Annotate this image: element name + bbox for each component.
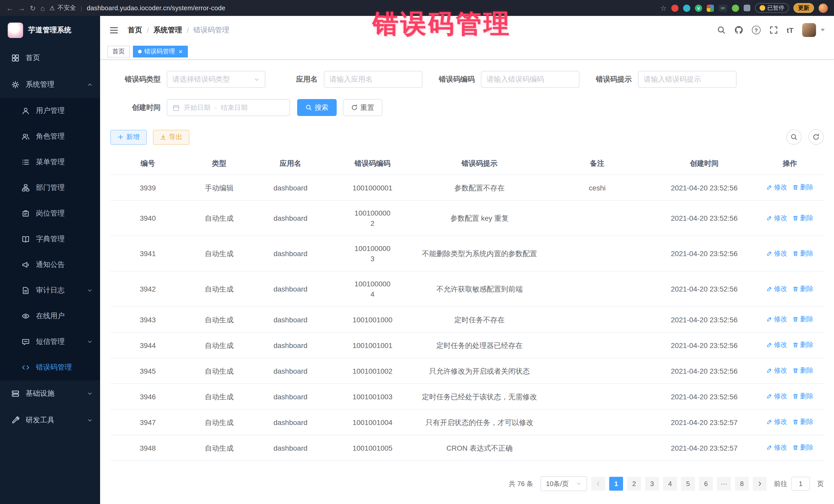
- delete-link[interactable]: 删除: [792, 417, 813, 427]
- goto-page-input[interactable]: 1: [791, 477, 810, 491]
- extensions-puzzle-icon[interactable]: [744, 5, 750, 11]
- page-more-button[interactable]: ···: [717, 477, 731, 491]
- refresh-table-button[interactable]: [808, 129, 824, 145]
- sidebar-item[interactable]: 首页: [0, 45, 100, 71]
- sidebar-item[interactable]: 短信管理: [0, 329, 100, 355]
- hamburger-icon[interactable]: [109, 25, 118, 35]
- edit-link[interactable]: 修改: [766, 314, 787, 324]
- user-avatar[interactable]: [802, 23, 816, 37]
- add-button[interactable]: 新增: [110, 130, 147, 145]
- avatar-caret-icon[interactable]: [821, 29, 825, 31]
- breadcrumb: 首页 / 系统管理 / 错误码管理: [128, 25, 229, 35]
- forward-icon[interactable]: →: [18, 4, 25, 12]
- log-icon: [22, 286, 30, 294]
- home-icon[interactable]: ⌂: [40, 4, 45, 12]
- breadcrumb-home[interactable]: 首页: [128, 25, 142, 35]
- fullscreen-icon[interactable]: [769, 26, 778, 35]
- edit-link[interactable]: 修改: [766, 284, 787, 294]
- help-icon[interactable]: ?: [752, 26, 761, 35]
- sidebar-item[interactable]: 字典管理: [0, 226, 100, 252]
- edit-link[interactable]: 修改: [766, 213, 787, 223]
- edit-link[interactable]: 修改: [766, 442, 787, 453]
- delete-link[interactable]: 删除: [792, 248, 813, 258]
- bookmark-star-icon[interactable]: ☆: [660, 4, 667, 12]
- next-page-button[interactable]: [753, 477, 767, 491]
- edit-link[interactable]: 修改: [766, 366, 787, 376]
- sidebar-item[interactable]: 审计日志: [0, 278, 100, 303]
- back-icon[interactable]: ←: [6, 4, 13, 12]
- search-icon[interactable]: [717, 26, 726, 35]
- delete-link[interactable]: 删除: [792, 391, 813, 401]
- search-button[interactable]: 搜索: [297, 99, 337, 116]
- edit-link[interactable]: 修改: [766, 417, 787, 427]
- page-button[interactable]: 6: [699, 477, 713, 491]
- delete-link[interactable]: 删除: [792, 366, 813, 376]
- delete-link[interactable]: 删除: [792, 213, 813, 223]
- chevron-left-icon: [595, 481, 601, 486]
- reload-icon[interactable]: ↻: [30, 4, 36, 12]
- address-url[interactable]: dashboard.yudao.iocoder.cn/system/error-…: [87, 4, 225, 12]
- sidebar-item[interactable]: 系统管理: [0, 71, 100, 98]
- tab-home[interactable]: 首页: [107, 46, 130, 58]
- sidebar-item[interactable]: 菜单管理: [0, 149, 100, 175]
- chevron-up-icon: [87, 82, 93, 88]
- show-search-button[interactable]: [786, 129, 802, 145]
- delete-link[interactable]: 删除: [792, 340, 813, 350]
- update-button[interactable]: 更新: [793, 3, 814, 13]
- page-button[interactable]: 4: [663, 477, 677, 491]
- page-button[interactable]: 8: [735, 477, 749, 491]
- sidebar-item[interactable]: 错误码管理: [0, 355, 100, 380]
- sidebar-item[interactable]: 用户管理: [0, 98, 100, 124]
- edit-link[interactable]: 修改: [766, 182, 787, 193]
- app-logo[interactable]: 芋道管理系统: [0, 16, 100, 45]
- sidebar-item[interactable]: 部门管理: [0, 175, 100, 201]
- page-button[interactable]: 2: [627, 477, 641, 491]
- page-button[interactable]: 5: [681, 477, 695, 491]
- export-button[interactable]: 导出: [153, 130, 190, 145]
- close-tab-icon[interactable]: ×: [179, 48, 182, 55]
- page-button[interactable]: 3: [645, 477, 659, 491]
- breadcrumb-system[interactable]: 系统管理: [153, 25, 182, 35]
- security-indicator[interactable]: ⚠ 不安全: [49, 4, 76, 12]
- edit-link[interactable]: 修改: [766, 248, 787, 258]
- sidebar-item[interactable]: 通知公告: [0, 252, 100, 278]
- delete-link[interactable]: 删除: [792, 314, 813, 324]
- extension-icon[interactable]: v: [695, 4, 702, 12]
- extension-icon[interactable]: [683, 4, 690, 12]
- delete-link[interactable]: 删除: [792, 442, 813, 453]
- app-cell: dashboard: [253, 332, 328, 358]
- extension-icon[interactable]: on: [719, 4, 727, 12]
- delete-link[interactable]: 删除: [792, 284, 813, 294]
- app-name-input[interactable]: 请输入应用名: [324, 71, 422, 88]
- paused-badge[interactable]: 已暂停: [755, 3, 789, 13]
- sidebar-item[interactable]: 基础设施: [0, 380, 100, 407]
- time-cell: 2021-04-20 23:52:57: [653, 435, 756, 461]
- type-cell: 自动生成: [185, 409, 253, 435]
- delete-link[interactable]: 删除: [792, 182, 813, 193]
- chevron-down-icon: [254, 76, 260, 82]
- font-size-icon[interactable]: tT: [787, 26, 793, 34]
- sidebar-item[interactable]: 岗位管理: [0, 201, 100, 226]
- sidebar-item[interactable]: 研发工具: [0, 407, 100, 434]
- tab-error-code[interactable]: 错误码管理 ×: [133, 46, 188, 58]
- extension-icon[interactable]: [671, 4, 679, 12]
- browser-profile-avatar[interactable]: [819, 3, 828, 13]
- github-icon[interactable]: [734, 26, 743, 35]
- error-type-select[interactable]: 请选择错误码类型: [167, 71, 265, 88]
- extension-icon[interactable]: [707, 4, 714, 12]
- reset-button[interactable]: 重置: [343, 99, 382, 116]
- sidebar-item[interactable]: 角色管理: [0, 124, 100, 149]
- error-code-input[interactable]: 请输入错误码编码: [481, 71, 579, 88]
- sidebar-item[interactable]: 在线用户: [0, 303, 100, 329]
- plus-icon: [117, 134, 124, 140]
- date-range-picker[interactable]: 开始日期 - 结束日期: [167, 99, 290, 116]
- edit-link[interactable]: 修改: [766, 391, 787, 401]
- error-hint-input[interactable]: 请输入错误码提示: [638, 71, 737, 88]
- type-cell: 自动生成: [185, 271, 253, 307]
- extension-icon[interactable]: [732, 4, 739, 12]
- edit-link[interactable]: 修改: [766, 340, 787, 350]
- page-size-select[interactable]: 10条/页: [541, 476, 587, 491]
- search-icon: [790, 133, 797, 140]
- page-button[interactable]: 1: [609, 477, 623, 491]
- prev-page-button[interactable]: [591, 477, 605, 491]
